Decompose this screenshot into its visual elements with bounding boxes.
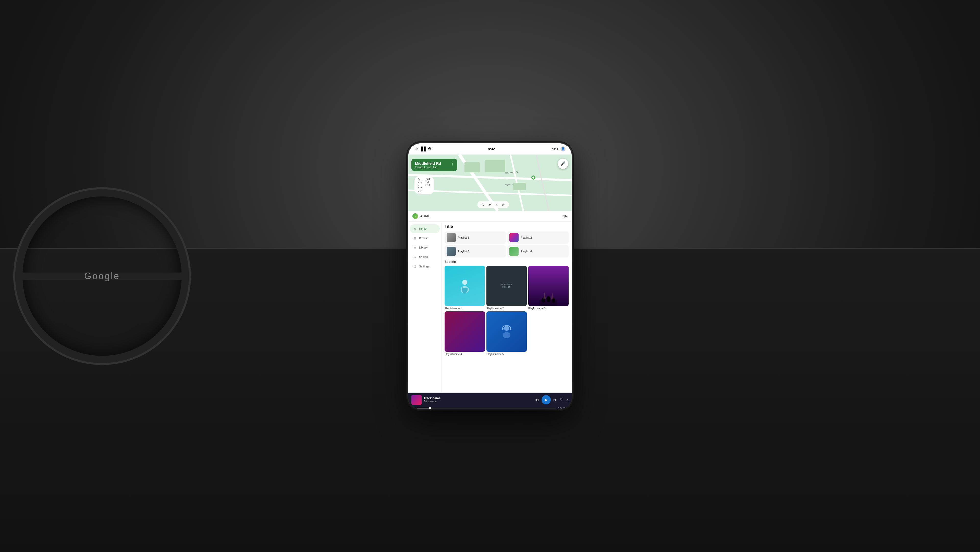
avatar-icon: 👤 xyxy=(560,146,566,152)
track-thumbnail xyxy=(411,395,422,405)
playlist-2-name: Playlist 2 xyxy=(520,236,532,239)
playlist-item-2[interactable]: Playlist 2 xyxy=(508,231,569,244)
svg-rect-12 xyxy=(513,183,526,190)
arrival-text: 5:24 PM PDT xyxy=(425,177,430,193)
track-name: Track name xyxy=(424,396,533,400)
playlist-card-3[interactable]: Playlist name 3 xyxy=(528,266,569,310)
eta-text: 5 min · 1.7 mi xyxy=(418,177,423,193)
playlist-card-2[interactable]: ABSTRACTDESIGN Playlist name 2 xyxy=(487,266,527,310)
progress-track[interactable] xyxy=(413,408,556,408)
sidebar-item-settings[interactable]: ⚙ Settings xyxy=(410,262,440,271)
playlist-1-thumb xyxy=(447,233,456,242)
app-logo: ♪ Aural xyxy=(412,213,429,219)
playlist-card-4[interactable]: Playlist name 4 xyxy=(445,311,485,356)
playlist-card-5-name: Playlist name 5 xyxy=(487,353,527,356)
signal-icon: ▐▐ xyxy=(420,147,426,151)
expand-button[interactable]: ∧ xyxy=(566,398,569,402)
playlist-4-name: Playlist 4 xyxy=(520,250,532,253)
page-title: Title xyxy=(445,224,569,229)
sidebar-item-home[interactable]: ⌂ Home xyxy=(410,224,440,233)
track-info: Track name Artist name xyxy=(424,396,533,403)
steering-wheel xyxy=(15,189,189,363)
playlist-card-2-thumb: ABSTRACTDESIGN xyxy=(487,266,527,306)
main-content-area: Title Playlist 1 Playlist 2 Playlist 3 xyxy=(442,222,572,392)
app-header: ♪ Aural ≡▶ xyxy=(408,211,572,222)
sidebar-home-label: Home xyxy=(419,227,426,230)
app-content: ⌂ Home ⊞ Browse ≡ Library ⌕ Search ⚙ S xyxy=(408,222,572,392)
playlist-card-2-name: Playlist name 2 xyxy=(487,307,527,310)
playlist-card-1-thumb xyxy=(445,266,485,306)
svg-rect-22 xyxy=(502,328,504,330)
settings-icon: ⚙ xyxy=(428,146,431,151)
playlist-item-3[interactable]: Playlist 3 xyxy=(445,245,506,257)
playback-controls: ⏮ ▶ ⏭ ♡ ∧ xyxy=(535,395,569,404)
library-icon: ≡ xyxy=(413,246,417,250)
home-icon: ⌂ xyxy=(413,227,417,231)
search-icon: ⌕ xyxy=(413,255,417,259)
now-playing-bar: Track name Artist name ⏮ ▶ ⏭ ♡ ∧ 0:24 / … xyxy=(408,392,572,409)
page-subtitle: Subtitle xyxy=(445,260,569,263)
map-eta-info: 5 min · 1.7 mi 5:24 PM PDT xyxy=(414,176,434,195)
playlist-card-4-name: Playlist name 4 xyxy=(445,353,485,356)
playlist-item-4[interactable]: Playlist 4 xyxy=(508,245,569,257)
status-left-icons: ⊕ ▐▐ ⚙ xyxy=(414,146,431,151)
nav-direction-card: ↑ Middlefield Rd toward Lowell Ave xyxy=(411,159,457,171)
progress-dot xyxy=(429,407,431,409)
svg-point-17 xyxy=(546,296,550,302)
playlist-card-3-thumb xyxy=(528,266,569,306)
playlist-3-thumb xyxy=(447,247,456,256)
skip-back-button[interactable]: ⏮ xyxy=(535,397,539,402)
sidebar-item-browse[interactable]: ⊞ Browse xyxy=(410,234,440,242)
playlist-cards-grid: Playlist name 1 ABSTRACTDESIGN Playlist … xyxy=(445,266,569,356)
map-layers-icon[interactable]: ⊙ xyxy=(481,203,484,207)
microphone-icon: 🎤 xyxy=(560,161,566,166)
sidebar-settings-label: Settings xyxy=(419,265,429,268)
svg-rect-10 xyxy=(465,162,480,172)
progress-bar-container: 0:24 / 3:37 xyxy=(408,407,572,409)
sidebar-nav: ⌂ Home ⊞ Browse ≡ Library ⌕ Search ⚙ S xyxy=(408,222,442,392)
playlist-card-4-thumb xyxy=(445,311,485,352)
svg-point-21 xyxy=(504,326,509,331)
svg-marker-19 xyxy=(543,292,546,299)
svg-point-24 xyxy=(503,332,511,338)
browse-icon: ⊞ xyxy=(413,236,417,240)
settings-icon-nav: ⚙ xyxy=(413,265,417,268)
playlist-card-1[interactable]: Playlist name 1 xyxy=(445,266,485,310)
device-screen: ⊕ ▐▐ ⚙ 8:32 64° F 👤 Charleston Rd Plymou… xyxy=(408,143,572,409)
svg-rect-23 xyxy=(510,328,511,330)
skip-forward-button[interactable]: ⏭ xyxy=(553,397,557,402)
sidebar-item-search[interactable]: ⌕ Search xyxy=(410,253,440,262)
sidebar-item-library[interactable]: ≡ Library xyxy=(410,243,440,252)
play-pause-button[interactable]: ▶ xyxy=(542,395,551,404)
now-playing-controls: Track name Artist name ⏮ ▶ ⏭ ♡ ∧ xyxy=(408,392,572,407)
playlist-4-thumb xyxy=(509,247,519,256)
map-pin-icon[interactable]: ⊛ xyxy=(502,203,505,207)
track-artist: Artist name xyxy=(424,400,533,403)
status-right: 64° F 👤 xyxy=(552,146,566,152)
favorite-button[interactable]: ♡ xyxy=(560,397,563,402)
music-app: ♪ Aural ≡▶ ⌂ Home ⊞ Browse ≡ Librar xyxy=(408,211,572,392)
temperature-display: 64° F xyxy=(552,147,559,151)
app-name: Aural xyxy=(420,214,429,218)
status-bar: ⊕ ▐▐ ⚙ 8:32 64° F 👤 xyxy=(408,143,572,155)
map-area: Charleston Rd Plymouth Ave ↑ Middlefield… xyxy=(408,155,572,211)
playlist-3-name: Playlist 3 xyxy=(458,250,469,253)
sidebar-search-label: Search xyxy=(419,255,428,258)
playlist-card-3-name: Playlist name 3 xyxy=(528,307,569,310)
svg-point-9 xyxy=(532,177,535,179)
playlist-card-1-name: Playlist name 1 xyxy=(445,307,485,310)
nav-toward: toward Lowell Ave xyxy=(415,166,454,169)
playlist-2-thumb xyxy=(509,233,519,242)
playlist-item-1[interactable]: Playlist 1 xyxy=(445,231,506,244)
nav-street: Middlefield Rd xyxy=(415,161,454,166)
playlist-card-5[interactable]: Playlist name 5 xyxy=(487,311,527,356)
map-route-icon[interactable]: ⇌ xyxy=(488,203,492,207)
sidebar-browse-label: Browse xyxy=(419,236,428,239)
queue-icon[interactable]: ≡▶ xyxy=(562,214,568,219)
playlist-1-name: Playlist 1 xyxy=(458,236,469,239)
svg-point-13 xyxy=(462,280,467,285)
svg-marker-20 xyxy=(551,292,554,299)
sidebar-library-label: Library xyxy=(419,246,428,249)
map-search-icon[interactable]: ⌕ xyxy=(496,203,498,207)
voice-button[interactable]: 🎤 xyxy=(558,159,568,169)
